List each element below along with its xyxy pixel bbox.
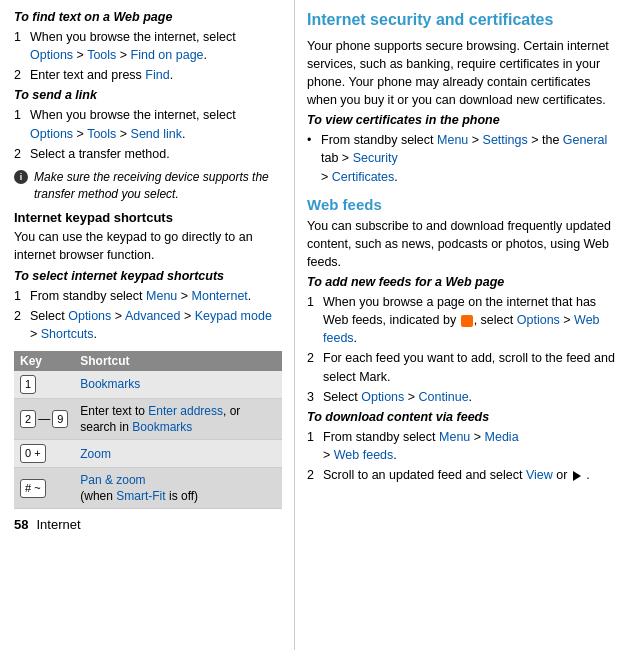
col-key: Key [14, 351, 74, 371]
shortcut-cell: Pan & zoom (when Smart-Fit is off) [74, 468, 282, 509]
select-step-1: 1 From standby select Menu > Monternet. [14, 287, 282, 305]
send-steps-list: 1 When you browse the internet, select O… [14, 106, 282, 162]
shortcut-cell: Bookmarks [74, 371, 282, 398]
note-text: Make sure the receiving device supports … [34, 169, 282, 203]
add-feeds-heading: To add new feeds for a Web page [307, 275, 623, 289]
download-heading: To download content via feeds [307, 410, 623, 424]
left-column: To find text on a Web page 1 When you br… [0, 0, 295, 650]
find-step-1: 1 When you browse the internet, select O… [14, 28, 282, 64]
add-feeds-list: 1 When you browse a page on the internet… [307, 293, 623, 406]
find-step-2: 2 Enter text and press Find. [14, 66, 282, 84]
add-feed-step-3: 3 Select Options > Continue. [307, 388, 623, 406]
select-steps-list: 1 From standby select Menu > Monternet. … [14, 287, 282, 343]
internet-label: Internet [36, 517, 80, 532]
key-cell: 1 [14, 371, 74, 398]
add-feed-step-1: 1 When you browse a page on the internet… [307, 293, 623, 347]
shortcut-cell: Zoom [74, 440, 282, 468]
key-badge: # ~ [20, 479, 46, 498]
download-step-2: 2 Scroll to an updated feed and select V… [307, 466, 623, 484]
download-step-1: 1 From standby select Menu > Media> Web … [307, 428, 623, 464]
key-badge: 1 [20, 375, 36, 394]
view-cert-list: • From standby select Menu > Settings > … [307, 131, 623, 185]
shortcut-cell: Enter text to Enter address, or search i… [74, 398, 282, 439]
key-badge: 0 + [20, 444, 46, 463]
send-step-1: 1 When you browse the internet, select O… [14, 106, 282, 142]
right-column: Internet security and certificates Your … [295, 0, 637, 650]
key-cell: # ~ [14, 468, 74, 509]
web-feeds-heading: Web feeds [307, 196, 623, 213]
download-list: 1 From standby select Menu > Media> Web … [307, 428, 623, 484]
page-num-row: 58 Internet [14, 517, 282, 532]
keypad-text: You can use the keypad to go directly to… [14, 228, 282, 264]
main-text: Your phone supports secure browsing. Cer… [307, 37, 623, 110]
note-block: i Make sure the receiving device support… [14, 169, 282, 203]
find-heading: To find text on a Web page [14, 10, 282, 24]
table-body: 1 Bookmarks 2 — 9 Ente [14, 371, 282, 509]
table-row: # ~ Pan & zoom (when Smart-Fit is off) [14, 468, 282, 509]
page-number: 58 [14, 517, 28, 532]
add-feed-step-2: 2 For each feed you want to add, scroll … [307, 349, 623, 385]
table-row: 1 Bookmarks [14, 371, 282, 398]
view-cert-heading: To view certificates in the phone [307, 113, 623, 127]
web-feeds-text: You can subscribe to and download freque… [307, 217, 623, 271]
col-shortcut: Shortcut [74, 351, 282, 371]
find-steps-list: 1 When you browse the internet, select O… [14, 28, 282, 84]
table-row: 2 — 9 Enter text to Enter address, or se… [14, 398, 282, 439]
table-row: 0 + Zoom [14, 440, 282, 468]
note-icon: i [14, 170, 28, 184]
web-feeds-icon [461, 315, 473, 327]
arrow-icon [573, 471, 581, 481]
send-step-2: 2 Select a transfer method. [14, 145, 282, 163]
bullet-dot: • [307, 131, 317, 185]
key-table: Key Shortcut 1 Bookmarks 2 [14, 351, 282, 509]
view-cert-item: • From standby select Menu > Settings > … [307, 131, 623, 185]
send-heading: To send a link [14, 88, 282, 102]
main-heading: Internet security and certificates [307, 10, 623, 31]
table-header-row: Key Shortcut [14, 351, 282, 371]
key-cell: 2 — 9 [14, 398, 74, 439]
key-cell: 0 + [14, 440, 74, 468]
keypad-heading: Internet keypad shortcuts [14, 210, 282, 225]
select-heading: To select internet keypad shortcuts [14, 269, 282, 283]
select-step-2: 2 Select Options > Advanced > Keypad mod… [14, 307, 282, 343]
page: To find text on a Web page 1 When you br… [0, 0, 637, 650]
